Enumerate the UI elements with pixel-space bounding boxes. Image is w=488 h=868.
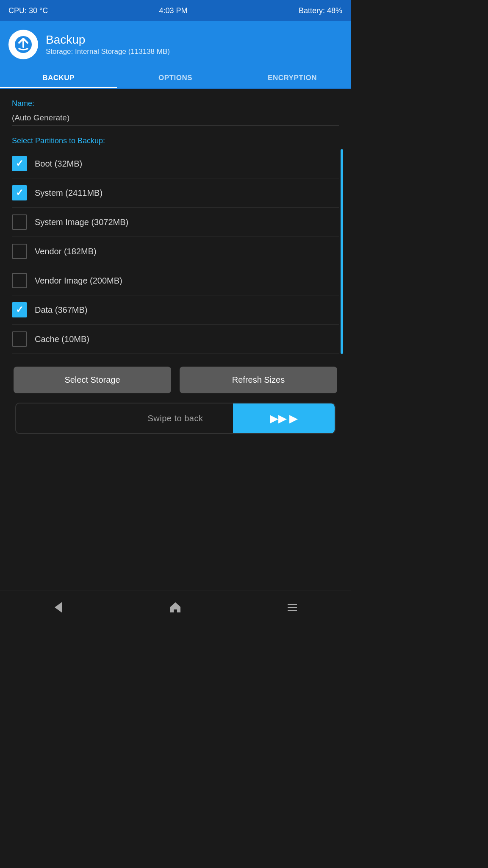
partition-data[interactable]: Data (367MB) <box>12 295 339 325</box>
partition-boot-label: Boot (32MB) <box>35 159 82 169</box>
swipe-text: Swipe to back <box>16 414 335 423</box>
checkbox-data[interactable] <box>12 302 27 317</box>
partition-list: Boot (32MB) System (2411MB) System Image… <box>12 149 339 354</box>
checkbox-system[interactable] <box>12 185 27 200</box>
home-button[interactable] <box>163 595 188 620</box>
cpu-status: CPU: 30 °C <box>8 6 48 15</box>
select-storage-button[interactable]: Select Storage <box>14 367 171 393</box>
tab-backup[interactable]: BACKUP <box>0 68 117 88</box>
partitions-label: Select Partitions to Backup: <box>12 136 339 145</box>
partition-cache[interactable]: Cache (10MB) <box>12 325 339 354</box>
checkbox-boot[interactable] <box>12 156 27 171</box>
partition-vendor-label: Vendor (182MB) <box>35 247 97 256</box>
partition-vendor-image-label: Vendor Image (200MB) <box>35 276 122 286</box>
app-header: Backup Storage: Internal Storage (113138… <box>0 21 351 68</box>
partition-vendor[interactable]: Vendor (182MB) <box>12 237 339 266</box>
back-button[interactable] <box>46 595 71 620</box>
backup-icon <box>13 34 33 55</box>
partition-system-image-label: System Image (3072MB) <box>35 217 128 227</box>
svg-rect-4 <box>288 610 297 611</box>
partition-data-label: Data (367MB) <box>35 305 88 315</box>
home-icon <box>169 601 182 614</box>
partition-system[interactable]: System (2411MB) <box>12 178 339 208</box>
storage-info: Storage: Internal Storage (113138 MB) <box>46 47 170 56</box>
menu-icon <box>286 601 299 614</box>
content-area: Name: Select Partitions to Backup: Boot … <box>0 89 351 442</box>
partition-vendor-image[interactable]: Vendor Image (200MB) <box>12 266 339 295</box>
tab-bar: BACKUP OPTIONS ENCRYPTION <box>0 68 351 88</box>
back-icon <box>52 601 65 614</box>
checkbox-vendor-image[interactable] <box>12 273 27 288</box>
tab-encryption[interactable]: ENCRYPTION <box>234 68 351 88</box>
action-buttons: Select Storage Refresh Sizes <box>12 367 339 393</box>
partition-cache-label: Cache (10MB) <box>35 334 89 344</box>
checkbox-system-image[interactable] <box>12 214 27 230</box>
refresh-sizes-button[interactable]: Refresh Sizes <box>180 367 337 393</box>
bottom-nav <box>0 590 351 624</box>
swipe-bar[interactable]: Swipe to back ▶▶ ▶ <box>15 403 336 434</box>
time-status: 4:03 PM <box>159 6 188 15</box>
menu-button[interactable] <box>280 595 305 620</box>
partition-system-label: System (2411MB) <box>35 188 103 198</box>
app-icon <box>8 30 38 59</box>
partition-boot[interactable]: Boot (32MB) <box>12 149 339 178</box>
partition-system-image[interactable]: System Image (3072MB) <box>12 208 339 237</box>
name-label: Name: <box>12 99 339 108</box>
checkbox-cache[interactable] <box>12 331 27 347</box>
tab-options[interactable]: OPTIONS <box>117 68 234 88</box>
svg-rect-3 <box>288 607 297 608</box>
app-title: Backup <box>46 33 170 47</box>
status-bar: CPU: 30 °C 4:03 PM Battery: 48% <box>0 0 351 21</box>
battery-status: Battery: 48% <box>299 6 342 15</box>
svg-rect-2 <box>288 604 297 605</box>
svg-marker-1 <box>55 602 62 613</box>
header-text: Backup Storage: Internal Storage (113138… <box>46 33 170 56</box>
name-input[interactable] <box>12 111 339 125</box>
checkbox-vendor[interactable] <box>12 244 27 259</box>
